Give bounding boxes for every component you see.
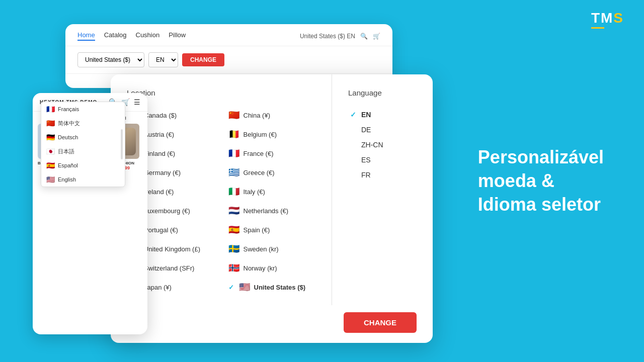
- lang-label-fr: FR: [361, 171, 371, 179]
- country-china[interactable]: 🇨🇳 China (¥): [226, 107, 320, 123]
- flag-sweden: 🇸🇪: [228, 243, 239, 254]
- mobile-menu-icon[interactable]: ☰: [134, 98, 140, 106]
- country-label: Norway (kr): [244, 264, 277, 272]
- nav-cushion[interactable]: Cushion: [136, 31, 160, 41]
- flag-us: 🇺🇸: [239, 282, 250, 293]
- nav-bar: Home Catalog Cushion Pillow United State…: [65, 24, 392, 46]
- country-label: Netherlands (€): [244, 207, 289, 215]
- country-label: Canada ($): [144, 112, 177, 119]
- nav-links: Home Catalog Cushion Pillow: [77, 31, 186, 41]
- flag-us-sm: 🇺🇸: [46, 175, 55, 184]
- language-select[interactable]: EN: [148, 52, 178, 67]
- country-norway[interactable]: 🇳🇴 Norway (kr): [226, 260, 320, 276]
- locale-label: United States ($) EN: [300, 33, 355, 40]
- lang-option-label: Deutsch: [58, 134, 78, 140]
- country-belgium[interactable]: 🇧🇪 Belgium (€): [226, 126, 320, 142]
- flag-spain: 🇪🇸: [228, 224, 239, 235]
- change-button-large[interactable]: CHANGE: [344, 312, 417, 333]
- country-sweden[interactable]: 🇸🇪 Sweden (kr): [226, 241, 320, 257]
- locale-row: United States ($) EN CHANGE: [65, 46, 392, 74]
- country-label: Belgium (€): [244, 131, 277, 138]
- cart-icon[interactable]: 🛒: [373, 33, 380, 40]
- nav-pillow[interactable]: Pillow: [169, 31, 186, 41]
- lang-option-label: Français: [58, 106, 79, 112]
- nav-home[interactable]: Home: [77, 31, 95, 41]
- location-modal: Location 🇨🇦 Canada ($) 🇨🇳 China (¥) 🇦🇹 A…: [111, 74, 433, 343]
- country-label: Greece (€): [244, 169, 275, 176]
- selected-check: ✓: [228, 284, 234, 291]
- flag-norway: 🇳🇴: [228, 262, 239, 274]
- lang-option-ja[interactable]: 🇯🇵 日本語: [41, 144, 125, 158]
- country-grid: 🇨🇦 Canada ($) 🇨🇳 China (¥) 🇦🇹 Austria (€…: [127, 107, 319, 295]
- lang-fr[interactable]: FR: [348, 167, 421, 183]
- country-label: Italy (€): [244, 188, 265, 196]
- country-label: Ireland (€): [144, 188, 174, 196]
- flag-de-sm: 🇩🇪: [46, 133, 55, 141]
- lang-label-zh: ZH-CN: [361, 141, 383, 149]
- flag-cn-sm: 🇨🇳: [46, 119, 55, 127]
- mobile-lang-dropdown[interactable]: 🇫🇷 Français 🇨🇳 简体中文 🇩🇪 Deutsch 🇯🇵 日本語 🇪🇸…: [41, 102, 125, 187]
- scroll-indicator: [121, 129, 123, 159]
- country-label: Spain (€): [244, 226, 270, 234]
- promo-text: Personalizável moeda & Idioma seletor: [478, 146, 604, 216]
- country-label: Germany (€): [144, 169, 181, 176]
- country-label: Austria (€): [144, 131, 174, 138]
- lang-option-en[interactable]: 🇺🇸 English: [41, 172, 125, 187]
- flag-france: 🇫🇷: [228, 148, 239, 159]
- country-spain[interactable]: 🇪🇸 Spain (€): [226, 222, 320, 238]
- lang-option-label: 日本語: [58, 148, 74, 155]
- tms-logo: TMS: [591, 10, 624, 29]
- nav-right: United States ($) EN 🔍 🛒: [300, 33, 380, 40]
- flag-italy: 🇮🇹: [228, 186, 239, 197]
- flag-china: 🇨🇳: [228, 110, 239, 121]
- country-label: Sweden (kr): [244, 245, 279, 253]
- country-italy[interactable]: 🇮🇹 Italy (€): [226, 184, 320, 200]
- location-title: Location: [127, 88, 319, 97]
- country-label: France (€): [244, 150, 274, 157]
- lang-option-label: 简体中文: [58, 120, 80, 127]
- country-label: Japan (¥): [144, 284, 172, 291]
- modal-footer: CHANGE: [111, 305, 433, 343]
- lang-option-zh[interactable]: 🇨🇳 简体中文: [41, 116, 125, 130]
- country-select[interactable]: United States ($): [77, 52, 144, 67]
- lang-es[interactable]: ES: [348, 152, 421, 167]
- lang-label-en: EN: [361, 111, 371, 119]
- lang-check-en: ✓: [350, 111, 358, 119]
- modal-language-panel: Language ✓ EN DE ZH-CN ES FR: [332, 74, 433, 305]
- flag-greece: 🇬🇷: [228, 167, 239, 178]
- lang-label-de: DE: [361, 126, 371, 134]
- lang-en[interactable]: ✓ EN: [348, 107, 421, 122]
- lang-option-es[interactable]: 🇪🇸 Español: [41, 158, 125, 172]
- country-label: Luxembourg (€): [144, 207, 190, 215]
- country-greece[interactable]: 🇬🇷 Greece (€): [226, 164, 320, 180]
- country-us[interactable]: ✓ 🇺🇸 United States ($): [226, 279, 320, 295]
- change-button-small[interactable]: CHANGE: [182, 53, 224, 66]
- language-title: Language: [348, 88, 421, 97]
- lang-de[interactable]: DE: [348, 122, 421, 137]
- flag-es-sm: 🇪🇸: [46, 161, 55, 169]
- country-label: United States ($): [254, 284, 306, 291]
- country-label: Switzerland (SFr): [144, 264, 194, 272]
- lang-zh-cn[interactable]: ZH-CN: [348, 137, 421, 152]
- flag-belgium: 🇧🇪: [228, 129, 239, 140]
- lang-option-de[interactable]: 🇩🇪 Deutsch: [41, 130, 125, 144]
- lang-label-es: ES: [361, 156, 371, 164]
- nav-catalog[interactable]: Catalog: [104, 31, 127, 41]
- country-label: China (¥): [244, 112, 270, 119]
- flag-jp-sm: 🇯🇵: [46, 147, 55, 155]
- lang-option-label: English: [58, 176, 76, 183]
- country-label: Finland (€): [144, 150, 175, 157]
- country-label: United Kingdom (£): [144, 245, 200, 253]
- lang-option-label: Español: [58, 162, 78, 168]
- country-label: Portugal (€): [144, 226, 178, 234]
- search-icon[interactable]: 🔍: [360, 33, 368, 40]
- flag-fr-sm: 🇫🇷: [46, 105, 55, 113]
- lang-option-fr[interactable]: 🇫🇷 Français: [41, 102, 125, 116]
- country-france[interactable]: 🇫🇷 France (€): [226, 145, 320, 161]
- flag-netherlands: 🇳🇱: [228, 205, 239, 216]
- country-netherlands[interactable]: 🇳🇱 Netherlands (€): [226, 203, 320, 219]
- mobile-card: HEXTOM TMS DEMO 🔍 🛒 ☰ FEATURED COLLECTIO…: [33, 93, 147, 334]
